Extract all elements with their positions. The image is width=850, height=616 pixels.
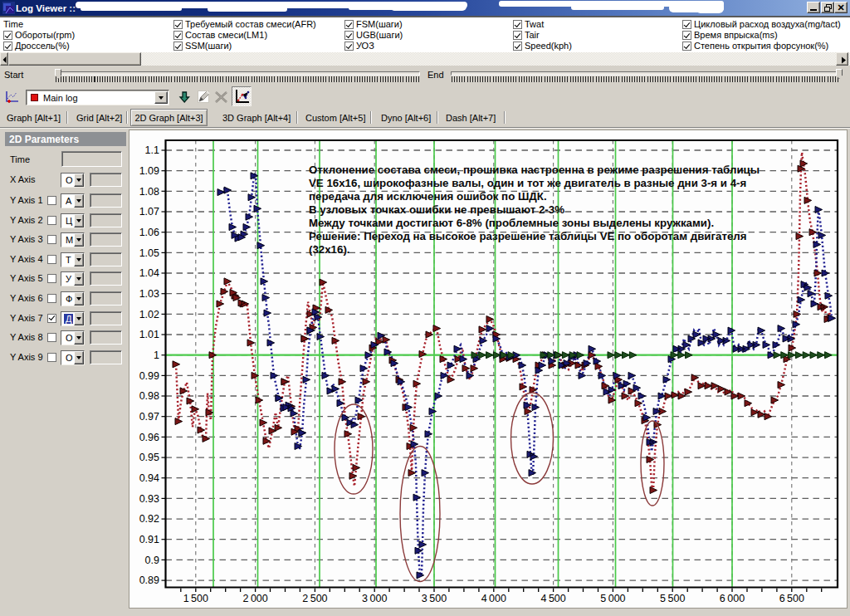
svg-text:(32х16).: (32х16). [309,243,350,256]
svg-text:В узловых точках ошибки не пре: В узловых точках ошибки не превышают 2-3… [309,203,564,216]
svg-text:2 500: 2 500 [302,593,327,604]
svg-text:Отклонение состава смеси, прош: Отклонение состава смеси, прошивка настр… [309,164,760,176]
svg-text:1.06: 1.06 [139,227,159,238]
svg-text:0.92: 0.92 [139,513,159,525]
svg-text:6 500: 6 500 [779,593,804,604]
svg-text:0.96: 0.96 [139,432,159,443]
svg-text:0.94: 0.94 [139,472,159,484]
svg-text:5 500: 5 500 [660,593,685,604]
svg-text:0.97: 0.97 [139,411,159,423]
svg-text:0.89: 0.89 [139,574,159,586]
svg-text:0.95: 0.95 [139,452,159,463]
svg-text:1.03: 1.03 [139,288,159,300]
svg-text:0.98: 0.98 [139,390,159,402]
svg-text:0.93: 0.93 [139,493,159,505]
svg-text:0.9: 0.9 [145,555,159,566]
svg-text:3 500: 3 500 [422,593,447,604]
svg-text:1 500: 1 500 [183,593,208,604]
svg-text:1.08: 1.08 [139,186,159,198]
svg-text:1.07: 1.07 [139,206,159,218]
svg-text:4 000: 4 000 [481,593,506,604]
svg-text:передача для исключения ошибок: передача для исключения ошибок по ШДК. [309,190,547,203]
svg-text:4 500: 4 500 [540,593,565,604]
svg-text:0.99: 0.99 [139,370,159,382]
svg-text:1.09: 1.09 [139,165,159,177]
svg-text:1.01: 1.01 [139,329,159,340]
svg-text:1.1: 1.1 [145,144,159,156]
svg-text:1.02: 1.02 [139,309,159,320]
svg-text:0.91: 0.91 [139,534,159,545]
svg-text:6 000: 6 000 [720,593,745,604]
svg-text:Решение: Переход на высокое ра: Решение: Переход на высокое разрешение т… [309,230,747,242]
svg-text:2 000: 2 000 [242,593,267,604]
svg-text:3 000: 3 000 [362,593,387,604]
svg-text:1: 1 [154,350,159,361]
svg-text:Между точками достигают 6-8% (: Между точками достигают 6-8% (проблемные… [309,217,714,229]
svg-text:1.05: 1.05 [139,247,159,259]
svg-text:5 000: 5 000 [600,593,625,604]
svg-text:VE 16х16, широкофазные валы, о: VE 16х16, широкофазные валы, один и тот … [309,177,746,189]
svg-text:1.04: 1.04 [139,267,159,279]
